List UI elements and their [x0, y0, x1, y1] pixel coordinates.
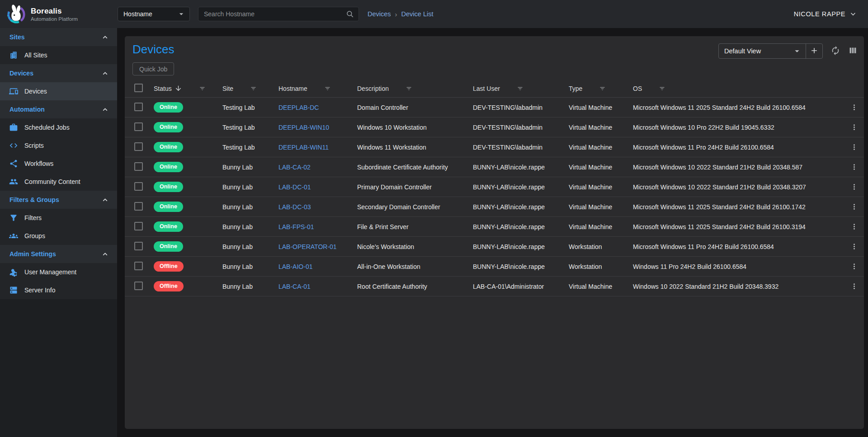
row-checkbox[interactable] [134, 282, 143, 290]
quick-job-button[interactable]: Quick Job [132, 62, 174, 75]
hostname-link[interactable]: LAB-CA-02 [278, 164, 311, 171]
column-header-status[interactable]: Status [154, 85, 222, 92]
select-all-checkbox[interactable] [134, 84, 143, 92]
user-menu[interactable]: NICOLE RAPPE [794, 10, 857, 18]
row-checkbox[interactable] [134, 122, 143, 131]
row-actions-kebab-icon[interactable] [850, 242, 859, 251]
breadcrumb-device-list[interactable]: Device List [401, 10, 434, 18]
table-row: Online Testing Lab DEEPLAB-DC Domain Con… [125, 98, 864, 117]
row-checkbox[interactable] [134, 262, 143, 270]
hostname-link[interactable]: LAB-AIO-01 [278, 263, 312, 270]
row-actions-kebab-icon[interactable] [850, 222, 859, 231]
cell-description: Windows 11 Workstation [357, 144, 473, 151]
column-header-description[interactable]: Description [357, 85, 473, 92]
row-actions-kebab-icon[interactable] [850, 103, 859, 112]
cell-os: Microsoft Windows 11 2025 Standard 24H2 … [633, 223, 844, 230]
row-checkbox[interactable] [134, 202, 143, 211]
row-checkbox[interactable] [134, 182, 143, 191]
cell-last-user: DEV-TESTING\labadmin [473, 124, 569, 131]
sidebar-item-label: Groups [24, 232, 45, 240]
hostname-link[interactable]: LAB-CA-01 [278, 283, 311, 290]
cell-description: Root Certificate Authority [357, 283, 473, 290]
sidebar-item-groups[interactable]: Groups [0, 227, 117, 245]
status-badge: Online [154, 182, 183, 192]
sidebar-item-user-management[interactable]: User Management [0, 263, 117, 281]
hostname-link[interactable]: LAB-OPERATOR-01 [278, 243, 337, 250]
view-select[interactable]: Default View [719, 44, 806, 58]
column-header-last-user[interactable]: Last User [473, 85, 569, 92]
hostname-link[interactable]: LAB-FPS-01 [278, 223, 314, 230]
plus-icon [810, 46, 819, 56]
briefcase-icon [9, 123, 18, 132]
breadcrumb-devices[interactable]: Devices [368, 10, 391, 18]
table-row: Offline Bunny Lab LAB-CA-01 Root Certifi… [125, 277, 864, 296]
sidebar-item-all-sites[interactable]: All Sites [0, 46, 117, 64]
row-actions-kebab-icon[interactable] [850, 262, 859, 271]
row-checkbox[interactable] [134, 242, 143, 250]
cell-type: Virtual Machine [569, 183, 633, 191]
cell-type: Workstation [569, 243, 633, 250]
filter-icon[interactable] [198, 85, 206, 92]
cell-os: Microsoft Windows 11 Pro 24H2 Build 2610… [633, 144, 844, 151]
cell-os: Microsoft Windows 10 2022 Standard 21H2 … [633, 164, 844, 171]
cell-description: Windows 10 Workstation [357, 124, 473, 131]
row-actions-kebab-icon[interactable] [850, 202, 859, 211]
cell-last-user: BUNNY-LAB\nicole.rappe [473, 164, 569, 171]
cell-os: Microsoft Windows 10 2022 Standard 21H2 … [633, 183, 844, 191]
filter-icon[interactable] [658, 85, 666, 92]
sidebar-item-label: User Management [24, 268, 76, 276]
row-checkbox[interactable] [134, 222, 143, 230]
filter-icon[interactable] [324, 85, 331, 92]
sidebar-item-filters[interactable]: Filters [0, 209, 117, 227]
refresh-button[interactable] [830, 46, 840, 57]
column-header-site[interactable]: Site [222, 85, 278, 92]
row-actions-kebab-icon[interactable] [850, 163, 859, 171]
row-checkbox[interactable] [134, 162, 143, 171]
hostname-link[interactable]: LAB-DC-01 [278, 183, 311, 191]
row-actions-kebab-icon[interactable] [850, 282, 859, 291]
sidebar-item-server-info[interactable]: Server Info [0, 281, 117, 299]
row-actions-kebab-icon[interactable] [850, 143, 859, 151]
row-actions-kebab-icon[interactable] [850, 123, 859, 132]
filter-icon[interactable] [516, 85, 524, 92]
cell-last-user: BUNNY-LAB\nicole.rappe [473, 203, 569, 211]
columns-button[interactable] [848, 46, 858, 56]
status-badge: Online [154, 162, 183, 172]
sidebar-item-scripts[interactable]: Scripts [0, 136, 117, 155]
search-hostname-input[interactable] [204, 10, 346, 18]
filter-icon[interactable] [599, 85, 606, 92]
cell-description: All-in-One Workstation [357, 263, 473, 270]
hostname-link[interactable]: DEEPLAB-WIN11 [278, 144, 329, 151]
code-icon [9, 141, 18, 150]
hostname-filter-select[interactable]: Hostname [118, 7, 190, 21]
sidebar-item-workflows[interactable]: Workflows [0, 155, 117, 173]
column-header-type[interactable]: Type [569, 85, 633, 92]
sidebar-item-community-content[interactable]: Community Content [0, 173, 117, 191]
add-view-button[interactable] [806, 44, 822, 58]
devices-table: StatusSiteHostnameDescriptionLast UserTy… [125, 80, 864, 296]
status-badge: Online [154, 202, 183, 212]
sidebar-section-admin-settings: Admin Settings User Management Server In… [0, 245, 117, 299]
filter-icon[interactable] [405, 85, 413, 92]
hostname-link[interactable]: LAB-DC-03 [278, 203, 311, 211]
row-actions-kebab-icon[interactable] [850, 183, 859, 191]
row-checkbox[interactable] [134, 142, 143, 151]
sidebar-item-devices[interactable]: Devices [0, 82, 117, 100]
filter-icon[interactable] [250, 85, 257, 92]
sidebar-item-scheduled-jobs[interactable]: Scheduled Jobs [0, 118, 117, 136]
column-header-os[interactable]: OS [633, 85, 844, 92]
hostname-link[interactable]: DEEPLAB-WIN10 [278, 124, 329, 131]
view-select-group: Default View [718, 43, 823, 59]
filter-icon [9, 213, 18, 222]
table-row: Offline Bunny Lab LAB-AIO-01 All-in-One … [125, 257, 864, 277]
sidebar-section-label: Automation [9, 106, 45, 113]
cell-description: Nicole's Workstation [357, 243, 473, 250]
search-icon[interactable] [346, 10, 354, 18]
sidebar-item-label: Community Content [24, 178, 80, 185]
cell-site: Bunny Lab [222, 203, 278, 211]
column-header-hostname[interactable]: Hostname [278, 85, 357, 92]
sidebar-item-label: Scheduled Jobs [24, 124, 70, 131]
row-checkbox[interactable] [134, 103, 143, 111]
hostname-link[interactable]: DEEPLAB-DC [278, 104, 319, 111]
cell-last-user: BUNNY-LAB\nicole.rappe [473, 263, 569, 270]
